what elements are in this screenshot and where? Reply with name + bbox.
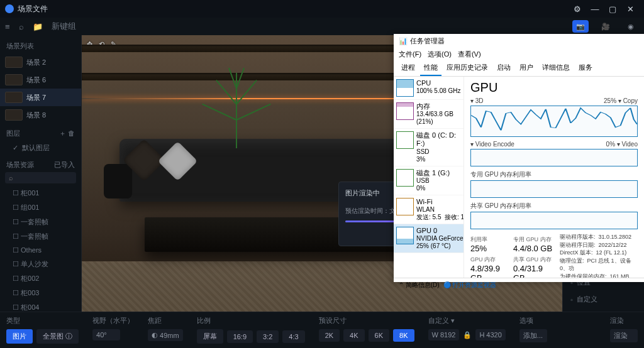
custom-item[interactable]: ◦ 自定义 [563, 291, 644, 308]
video-icon[interactable]: 🎥 [597, 20, 614, 33]
height-input[interactable]: H 4320 [475, 329, 505, 340]
lock-icon[interactable]: 🔒 [463, 331, 472, 339]
preset-2k[interactable]: 2K [319, 329, 340, 342]
preset-8k[interactable]: 8K [393, 329, 414, 342]
tm-tabs: 进程 性能 应用历史记录 启动 用户 详细信息 服务 [394, 60, 644, 77]
new-set-button[interactable]: 新键组 [52, 21, 76, 32]
tm-chart-shared-mem [470, 212, 638, 229]
options-dropdown[interactable]: 添加... [519, 329, 547, 342]
scene-item[interactable]: 场景 8 [0, 106, 81, 124]
render-dropdown[interactable]: 渲染 [610, 329, 638, 342]
settings-icon[interactable]: ⚙ [569, 0, 586, 18]
toolbar: ≡ ⌕ 📁 新键组 📷 🎥 ◉ [0, 18, 644, 35]
preset-4k[interactable]: 4K [343, 329, 364, 342]
camera-icon[interactable]: 📷 [572, 20, 589, 33]
tm-tab-services[interactable]: 服务 [575, 60, 596, 76]
render-title: 图片渲染中 [345, 188, 380, 198]
tm-titlebar[interactable]: 📊 任务管理器 [394, 34, 644, 48]
ratio-screen[interactable]: 屏幕 [197, 329, 223, 344]
titlebar: 场景文件 ⚙ — ▢ ✕ [0, 0, 644, 18]
tree-item[interactable]: ☐ 柜004 [0, 300, 81, 312]
scene-item[interactable]: 场景 2 [0, 53, 81, 71]
tm-chart-3d [470, 106, 638, 137]
tm-tab-startup[interactable]: 启动 [493, 60, 514, 76]
tm-open-resmon[interactable]: 🔵 打开资源监视器 [443, 281, 497, 290]
tm-gpu-info: 驱动程序版本: 31.0.15.2802 驱动程序日期: 2022/12/22 … [560, 233, 638, 278]
resources-section: 场景资源 已导入 [0, 155, 81, 172]
tree-item[interactable]: ☐ Others [0, 244, 81, 257]
task-manager-window: 📊 任务管理器 文件(F) 选项(O) 查看(V) 进程 性能 应用历史记录 启… [394, 34, 644, 282]
close-icon[interactable]: ✕ [621, 0, 639, 18]
app-logo [5, 4, 14, 13]
tm-tab-users[interactable]: 用户 [516, 60, 537, 76]
scene-item[interactable]: 场景 6 [0, 71, 81, 89]
tm-less-info[interactable]: ⌃ 简略信息(D) [399, 281, 440, 290]
tm-list-disk0[interactable]: 磁盘 0 (C: D: F:)SSD 3% [394, 129, 464, 166]
menu-icon[interactable]: ≡ [5, 22, 10, 31]
width-input[interactable]: W 8192 [428, 329, 460, 340]
tree-item[interactable]: ☐ 柜002 [0, 271, 81, 286]
layers-section: 图层 ＋ 🗑 [0, 124, 81, 141]
tree-item[interactable]: ☐ 一套照帧 [0, 229, 81, 244]
tree-item[interactable]: ☐ 单人沙发 [0, 257, 81, 271]
tm-detail-title: GPU [470, 80, 638, 95]
tree-item[interactable]: ☐ 一套照帧 [0, 215, 81, 229]
tm-menu-options[interactable]: 选项(O) [428, 50, 452, 59]
tm-tab-details[interactable]: 详细信息 [538, 60, 574, 76]
maximize-icon[interactable]: ▢ [604, 0, 621, 18]
tree-item[interactable]: ☐ 组001 [0, 200, 81, 215]
focal-input[interactable]: ◐ 49mm [148, 329, 183, 341]
tm-menubar: 文件(F) 选项(O) 查看(V) [394, 48, 644, 60]
folder-icon[interactable]: 📁 [33, 22, 43, 31]
tm-list-memory[interactable]: 内存13.4/63.8 GB (21%) [394, 100, 464, 129]
preset-6k[interactable]: 6K [369, 329, 389, 342]
ratio-16-9[interactable]: 16:9 [227, 330, 253, 343]
tm-list-gpu0[interactable]: GPU 0NVIDIA GeForce... 25% (67 °C) [394, 224, 464, 253]
fov-input[interactable]: 40° [92, 329, 120, 340]
tree-item[interactable]: ☐ 柜001 [0, 186, 81, 200]
tm-menu-view[interactable]: 查看(V) [458, 50, 481, 59]
search-icon[interactable]: ⌕ [19, 22, 24, 31]
default-layer[interactable]: ✓ 默认图层 [0, 141, 81, 155]
scene-list-header: 场景列表 [0, 39, 81, 53]
360-icon[interactable]: ◉ [623, 20, 639, 33]
tm-tab-performance[interactable]: 性能 [420, 60, 441, 76]
resource-search-input[interactable] [5, 172, 76, 183]
tree-item[interactable]: ☐ 柜003 [0, 286, 81, 300]
tm-chart-dedicated-mem [470, 180, 638, 198]
tm-icon: 📊 [399, 37, 408, 45]
tm-list-cpu[interactable]: CPU100% 5.08 GHz [394, 77, 464, 100]
tm-menu-file[interactable]: 文件(F) [399, 50, 421, 59]
minimize-icon[interactable]: — [586, 0, 604, 18]
tm-tab-processes[interactable]: 进程 [397, 60, 419, 76]
tm-chart-video-encode [470, 149, 638, 166]
tm-list-disk1[interactable]: 磁盘 1 (G:)USB 0% [394, 166, 464, 195]
tm-resource-list: CPU100% 5.08 GHz 内存13.4/63.8 GB (21%) 磁盘… [394, 77, 464, 278]
window-title: 场景文件 [18, 4, 48, 14]
ratio-3-2[interactable]: 3:2 [257, 330, 279, 343]
tm-footer: ⌃ 简略信息(D) 🔵 打开资源监视器 [394, 278, 644, 292]
tm-tab-apphistory[interactable]: 应用历史记录 [443, 60, 492, 76]
type-image-button[interactable]: 图片 [6, 329, 33, 344]
sidebar: 场景列表 场景 2 场景 6 场景 7 场景 8 图层 ＋ 🗑 ✓ 默认图层 场… [0, 35, 82, 312]
type-panorama-button[interactable]: 全景图 ⓘ [36, 329, 79, 344]
scene-item-selected[interactable]: 场景 7 [0, 89, 81, 106]
bottom-bar: 类型 图片 全景图 ⓘ 视野（水平） 40° 焦距 ◐ 49mm 比例 屏幕 1… [0, 312, 644, 348]
tm-list-wifi[interactable]: Wi-FiWLAN 发送: 5.5 接收: 1.0 Mb [394, 195, 464, 224]
tm-detail-panel: GPU ▾ 3D25% ▾ Copy ▾ Video Encode0% ▾ Vi… [464, 77, 644, 278]
ratio-4-3[interactable]: 4:3 [282, 330, 304, 343]
